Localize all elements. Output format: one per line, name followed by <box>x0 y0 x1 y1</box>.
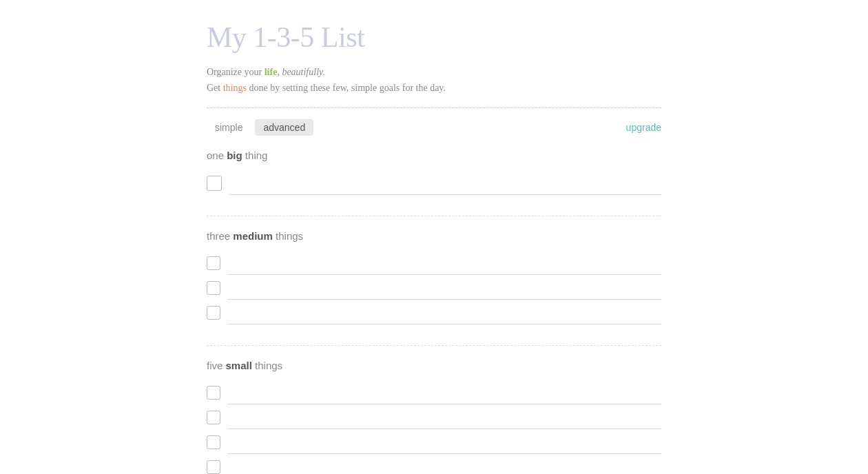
small-section: five small things <box>207 360 661 474</box>
big-bold: big <box>227 150 242 161</box>
medium-task-input-2[interactable] <box>227 276 661 300</box>
tagline-line2: Get things done by setting these few, si… <box>207 83 661 94</box>
small-task-row-2 <box>207 406 661 429</box>
tagline-beautifully: beautifully. <box>282 67 325 77</box>
tabs-row: simple advanced upgrade <box>207 119 661 136</box>
small-task-input-3[interactable] <box>227 431 661 454</box>
big-suffix: thing <box>242 150 268 161</box>
tagline-suffix: done by setting these few, simple goals … <box>247 83 446 93</box>
small-task-row-3 <box>207 431 661 454</box>
medium-task-input-1[interactable] <box>227 251 661 275</box>
medium-divider <box>207 216 661 216</box>
small-task-row-1 <box>207 381 661 404</box>
tagline-prefix: Organize your <box>207 67 265 77</box>
medium-task-input-3[interactable] <box>227 301 661 324</box>
small-bold: small <box>226 360 252 371</box>
big-task-checkbox[interactable] <box>207 176 222 191</box>
tagline-life: life <box>265 67 278 77</box>
medium-task-checkbox-3[interactable] <box>207 306 220 320</box>
top-divider <box>207 107 661 108</box>
tab-advanced[interactable]: advanced <box>255 119 313 136</box>
small-section-label: five small things <box>207 360 661 371</box>
small-task-input-2[interactable] <box>227 406 661 429</box>
upgrade-link[interactable]: upgrade <box>626 122 661 133</box>
small-suffix: things <box>252 360 282 371</box>
small-task-checkbox-4[interactable] <box>207 460 220 474</box>
big-prefix: one <box>207 150 227 161</box>
app-title: My 1-3-5 List <box>207 21 661 54</box>
main-container: My 1-3-5 List Organize your life, beauti… <box>193 0 675 474</box>
medium-prefix: three <box>207 230 233 242</box>
small-task-checkbox-2[interactable] <box>207 411 220 424</box>
small-task-row-4 <box>207 455 661 474</box>
small-prefix: five <box>207 360 226 371</box>
big-section-label: one big thing <box>207 150 661 161</box>
tabs: simple advanced <box>207 119 313 136</box>
small-divider <box>207 345 661 346</box>
big-section: one big thing <box>207 150 661 195</box>
tab-simple[interactable]: simple <box>207 119 251 136</box>
medium-task-row-2 <box>207 276 661 300</box>
medium-bold: medium <box>233 230 273 242</box>
medium-section: three medium things <box>207 230 661 324</box>
medium-task-row-1 <box>207 251 661 275</box>
big-task-input[interactable] <box>229 171 661 195</box>
tagline-line1: Organize your life, beautifully. <box>207 65 661 80</box>
small-task-checkbox-3[interactable] <box>207 435 220 449</box>
tagline-things: things <box>223 83 247 93</box>
medium-section-label: three medium things <box>207 230 661 242</box>
medium-suffix: things <box>273 230 303 242</box>
big-task-row <box>207 171 661 195</box>
small-task-checkbox-1[interactable] <box>207 386 220 400</box>
medium-task-checkbox-1[interactable] <box>207 256 220 270</box>
small-task-input-1[interactable] <box>227 381 661 404</box>
tagline-get: Get <box>207 83 223 93</box>
medium-task-row-3 <box>207 301 661 324</box>
medium-task-checkbox-2[interactable] <box>207 281 220 295</box>
small-task-input-4[interactable] <box>227 455 661 474</box>
